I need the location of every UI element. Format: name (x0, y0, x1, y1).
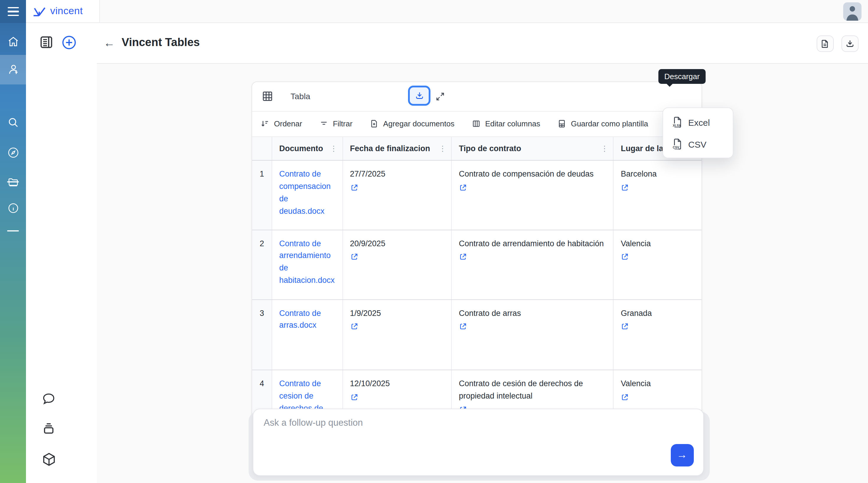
vincent-logo-mark-icon (32, 5, 46, 17)
info-icon (7, 202, 19, 214)
document-link[interactable]: Contrato de cesion de derechos de (279, 379, 323, 413)
sort-icon (260, 120, 269, 128)
inbox-icon[interactable] (41, 421, 56, 436)
hamburger-icon (7, 7, 19, 8)
table-toolbar: Ordenar Filtrar Agregar documentos Edita… (252, 111, 701, 137)
compass-icon (7, 146, 19, 158)
cell-lugar: Valencia (614, 230, 701, 299)
column-menu-icon[interactable]: ⋮ (329, 144, 339, 153)
external-link-icon[interactable] (459, 184, 467, 192)
toolbar-sort-button[interactable]: Ordenar (260, 120, 302, 128)
column-header-tipo: Tipo de contrato⋮ (452, 137, 614, 160)
row-number-header (252, 137, 272, 160)
external-link-icon[interactable] (350, 393, 358, 401)
hamburger-menu-button[interactable] (0, 0, 26, 23)
table-row: 3 Contrato de arras.docx 1/9/2025 Contra… (252, 300, 701, 370)
plus-circle-icon[interactable] (61, 35, 77, 50)
filter-icon (319, 120, 328, 128)
back-button[interactable]: ← (101, 35, 117, 51)
toolbar-edit-columns-button[interactable]: Editar columnas (471, 120, 540, 128)
sidebar-divider (7, 181, 19, 182)
grid-icon (261, 90, 273, 102)
notebook-icon[interactable] (39, 35, 54, 50)
logo-section: vincent (26, 0, 100, 23)
cell-lugar: Barcelona (614, 160, 701, 230)
sidebar-item-search[interactable] (0, 108, 26, 137)
column-header-documento: Documento⋮ (272, 137, 343, 160)
external-link-icon[interactable] (621, 253, 629, 261)
cell-fecha: 27/7/2025 (343, 160, 452, 230)
cell-tipo: Contrato de arras (452, 300, 614, 370)
external-link-icon[interactable] (350, 253, 358, 261)
page-header: ← Vincent Tables (97, 23, 868, 63)
table-header-row: Documento⋮ Fecha de finalizacion⋮ Tipo d… (252, 137, 701, 160)
table-row: 2 Contrato de arrendamiento de habitacio… (252, 230, 701, 300)
column-menu-icon[interactable]: ⋮ (600, 144, 610, 153)
download-icon (414, 91, 424, 101)
app-root: vincent (0, 0, 868, 483)
logo-text[interactable]: vincent (50, 5, 83, 17)
external-link-icon[interactable] (621, 184, 629, 192)
sidebar-item-info[interactable] (0, 193, 26, 222)
search-icon (7, 116, 19, 128)
chat-bubble-icon[interactable] (41, 391, 56, 406)
sidebar-item-assistant[interactable] (0, 55, 26, 85)
document-button[interactable] (816, 35, 833, 52)
row-number: 1 (252, 160, 272, 230)
menu-item-excel[interactable]: XLSX Excel (663, 111, 733, 133)
table-download-button[interactable] (408, 86, 430, 106)
table-card-title: Tabla (290, 92, 310, 101)
cell-documento: Contrato de arrendamiento de habitacion.… (272, 230, 343, 299)
external-link-icon[interactable] (459, 323, 467, 331)
expand-icon (435, 91, 445, 101)
download-page-button[interactable] (841, 35, 859, 52)
secondary-sidebar (26, 23, 100, 483)
toolbar-add-documents-button[interactable]: Agregar documentos (370, 120, 454, 128)
sidebar-item-explore[interactable] (0, 138, 26, 167)
cell-documento: Contrato de compensacion de deudas.docx (272, 160, 343, 230)
row-number: 2 (252, 230, 272, 299)
cell-tipo: Contrato de compensación de deudas (452, 160, 614, 230)
document-link[interactable]: Contrato de arras.docx (279, 308, 321, 330)
external-link-icon[interactable] (350, 323, 358, 331)
home-icon (7, 35, 19, 48)
sidebar-item-home[interactable] (0, 27, 26, 56)
toolbar-save-template-button[interactable]: Guardar como plantilla (557, 120, 648, 128)
file-plus-icon (370, 120, 378, 128)
back-arrow-icon: ← (104, 37, 115, 50)
column-menu-icon[interactable]: ⋮ (438, 144, 447, 153)
primary-sidebar (0, 23, 26, 483)
send-arrow-icon: → (677, 449, 687, 461)
chat-panel[interactable]: Ask a follow-up question → (252, 408, 704, 476)
columns-icon (471, 120, 480, 128)
sidebar-divider (7, 230, 19, 232)
document-icon (820, 39, 830, 49)
document-link[interactable]: Contrato de compensacion de deudas.docx (279, 170, 331, 215)
cell-tipo: Contrato de arrendamiento de habitación (452, 230, 614, 299)
cell-lugar: Granada (614, 300, 701, 370)
user-bolt-icon (6, 63, 20, 76)
page-title: Vincent Tables (122, 36, 200, 49)
external-link-icon[interactable] (621, 323, 629, 331)
file-xlsx-icon: XLSX (672, 116, 682, 128)
topbar (100, 0, 868, 23)
external-link-icon[interactable] (621, 393, 629, 401)
column-header-fecha: Fecha de finalizacion⋮ (343, 137, 452, 160)
tooltip: Descargar (658, 69, 706, 84)
send-button[interactable]: → (671, 444, 693, 466)
document-link[interactable]: Contrato de arrendamiento de habitacion.… (279, 239, 335, 285)
toolbar-filter-button[interactable]: Filtrar (319, 120, 352, 128)
file-csv-icon: CSV (672, 138, 682, 150)
menu-item-csv[interactable]: CSV CSV (663, 133, 733, 155)
expand-table-button[interactable] (435, 91, 445, 101)
cell-documento: Contrato de arras.docx (272, 300, 343, 370)
download-icon (845, 39, 855, 49)
cube-icon[interactable] (41, 452, 57, 467)
template-icon (557, 120, 566, 128)
cell-fecha: 20/9/2025 (343, 230, 452, 299)
external-link-icon[interactable] (459, 253, 467, 261)
row-number: 3 (252, 300, 272, 370)
avatar[interactable] (843, 2, 862, 21)
table-card-header: Tabla (252, 82, 701, 111)
external-link-icon[interactable] (350, 184, 358, 192)
